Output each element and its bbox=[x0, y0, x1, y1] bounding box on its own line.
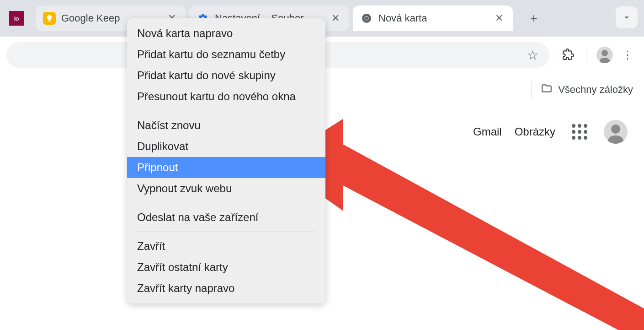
menu-item-add-new-group[interactable]: Přidat kartu do nové skupiny bbox=[127, 65, 325, 86]
tab-search-dropdown[interactable] bbox=[616, 6, 638, 28]
menu-separator bbox=[136, 111, 316, 111]
folder-icon bbox=[541, 82, 553, 97]
toolbar-divider bbox=[586, 47, 586, 63]
gmail-link[interactable]: Gmail bbox=[473, 125, 502, 138]
menu-separator bbox=[136, 232, 316, 232]
keep-favicon-icon bbox=[43, 12, 56, 25]
chevron-down-icon bbox=[622, 12, 632, 22]
io-favicon: io bbox=[9, 11, 24, 26]
svg-point-4 bbox=[601, 50, 608, 56]
menu-item-close-others[interactable]: Zavřít ostatní karty bbox=[127, 257, 325, 278]
browser-menu-icon[interactable]: ⋮ bbox=[617, 45, 638, 65]
menu-item-close-right[interactable]: Zavřít karty napravo bbox=[127, 278, 325, 299]
menu-item-add-reading-list[interactable]: Přidat kartu do seznamu četby bbox=[127, 44, 325, 65]
new-tab-button[interactable]: + bbox=[524, 8, 544, 28]
tab-new-tab[interactable]: Nová karta ✕ bbox=[353, 5, 513, 31]
tab-context-menu: Nová karta napravo Přidat kartu do sezna… bbox=[127, 18, 325, 303]
tab-title: Nová karta bbox=[378, 12, 489, 24]
account-avatar[interactable] bbox=[604, 120, 628, 144]
images-link[interactable]: Obrázky bbox=[515, 125, 555, 138]
menu-item-send-device[interactable]: Odeslat na vaše zařízení bbox=[127, 207, 325, 228]
chrome-favicon-icon bbox=[360, 12, 373, 25]
menu-item-new-tab-right[interactable]: Nová karta napravo bbox=[127, 23, 325, 44]
menu-item-pin[interactable]: Připnout bbox=[127, 157, 325, 178]
svg-point-2 bbox=[365, 17, 368, 20]
menu-item-close[interactable]: Zavřít bbox=[127, 236, 325, 257]
menu-item-reload[interactable]: Načíst znovu bbox=[127, 115, 325, 136]
bookmark-star-icon[interactable]: ☆ bbox=[527, 48, 538, 63]
profile-avatar[interactable] bbox=[596, 47, 613, 63]
divider bbox=[531, 81, 532, 98]
pinned-tab-io[interactable]: io bbox=[5, 7, 27, 29]
menu-item-mute-site[interactable]: Vypnout zvuk webu bbox=[127, 178, 325, 199]
close-icon[interactable]: ✕ bbox=[329, 12, 342, 25]
all-bookmarks-link[interactable]: Všechny záložky bbox=[558, 84, 633, 96]
google-apps-icon[interactable] bbox=[568, 120, 591, 143]
extensions-icon[interactable] bbox=[562, 49, 575, 61]
close-icon[interactable]: ✕ bbox=[493, 12, 506, 25]
menu-item-move-new-window[interactable]: Přesunout kartu do nového okna bbox=[127, 86, 325, 107]
menu-separator bbox=[136, 203, 316, 203]
menu-item-duplicate[interactable]: Duplikovat bbox=[127, 136, 325, 157]
svg-point-6 bbox=[611, 124, 620, 134]
